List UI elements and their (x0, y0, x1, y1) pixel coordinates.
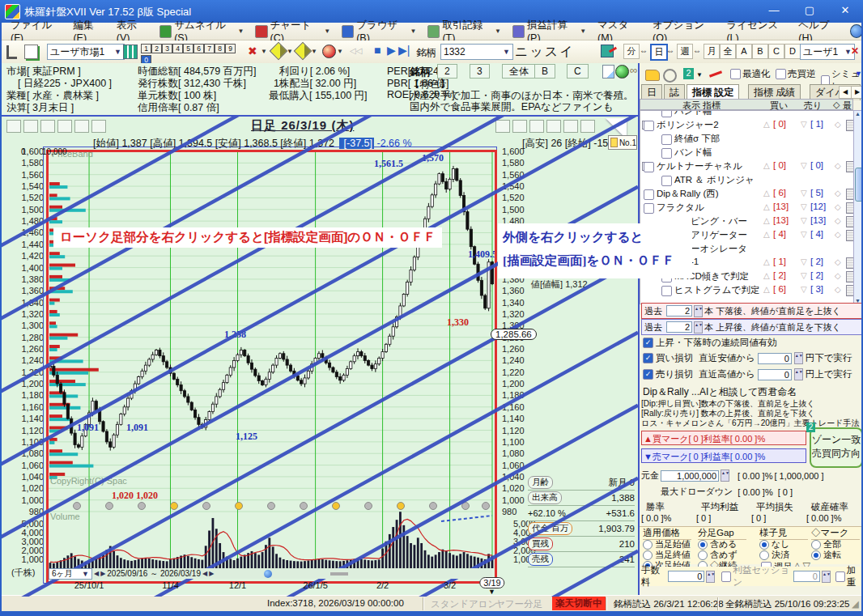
spinner-icon[interactable]: ▲▼ (794, 368, 803, 380)
user-select[interactable]: ユーザ1▼ (800, 44, 855, 60)
period-button-月[interactable]: 月 (704, 44, 720, 59)
range-slider-mark[interactable] (330, 572, 348, 576)
period-button-D[interactable]: D (784, 44, 801, 59)
indicator-row[interactable]: フラクタル△[13]▽[12]◇ (640, 201, 854, 215)
page-button-3[interactable]: 3 (162, 44, 172, 53)
continuous-check[interactable]: ✓上昇・下落時の連続同値有効 (643, 337, 777, 349)
chart-no1-badge[interactable]: No.1 (608, 135, 637, 150)
draw-pencil-icon[interactable] (270, 42, 288, 61)
stop-value-input[interactable]: 0 (758, 369, 792, 380)
folder-icon[interactable] (645, 70, 660, 81)
indicator-row[interactable]: −ボリンジャー2△[ 0]▽[ 1]◇ (640, 118, 854, 132)
weight-check[interactable]: 加重 (835, 564, 863, 588)
period-button-B[interactable]: B (752, 44, 768, 59)
chevron-down-icon[interactable]: ▼ (287, 48, 293, 55)
page-button-9[interactable]: 9 (225, 44, 236, 53)
panel-tab-指標 設定[interactable]: 指標 設定 (687, 84, 739, 100)
layout-grid-icon[interactable] (123, 45, 138, 59)
period-button-日[interactable]: 日 (650, 44, 668, 61)
indicator-checkbox[interactable] (661, 110, 672, 117)
range-toolbar[interactable]: 6ヶ月▼◀▶2025/09/16 ～ 2026/03/19◀▶ (49, 568, 492, 579)
stock-code-input[interactable]: 1332▼ (440, 44, 513, 60)
period-button-A[interactable]: A (736, 44, 752, 59)
info-tab-C[interactable]: C (567, 64, 589, 79)
add-page-icon[interactable] (24, 45, 38, 59)
step2-icon[interactable]: 2 (683, 68, 694, 79)
draw-pencil2-icon[interactable] (294, 42, 312, 61)
profit-session-check[interactable]: 利益セッション (721, 564, 792, 588)
spinner-icon[interactable]: ▲▼ (822, 571, 831, 583)
period-button-週[interactable]: 週 (677, 44, 693, 59)
spinner-icon[interactable]: ▲▼ (706, 571, 715, 583)
stop-value-input[interactable]: 0 (758, 353, 792, 364)
indicator-checkbox[interactable] (661, 148, 672, 159)
panel-tab-日[interactable]: 日 (641, 84, 662, 100)
indicator-checkbox[interactable] (644, 189, 654, 200)
chart-region[interactable]: 日足 26/3/19 (木)No.1[始値] 1,387 [高値] 1,394.… (0, 115, 638, 595)
new-doc-icon[interactable] (602, 65, 614, 79)
indicator-checkbox[interactable] (644, 121, 654, 131)
info-tab-全体[interactable]: 全体 (502, 64, 536, 79)
chevron-down-icon[interactable]: ▼ (311, 48, 317, 55)
binoculars-icon[interactable]: ∞ (630, 64, 637, 76)
range-slider-thumb[interactable] (264, 570, 272, 578)
target-icon[interactable] (663, 69, 677, 83)
marker-line-icon[interactable] (709, 70, 722, 77)
option-check-売買逆[interactable]: 売買逆 (776, 68, 816, 80)
info-tab-2[interactable]: 2 (437, 64, 457, 79)
rule-value-input[interactable]: 2 (666, 305, 692, 316)
spinner-icon[interactable]: ▲▼ (721, 469, 729, 482)
page-button-7[interactable]: 7 (204, 44, 215, 53)
range-period-select[interactable]: 6ヶ月▼ (49, 568, 92, 580)
globe-tool-icon[interactable] (322, 45, 336, 58)
info-tab-3[interactable]: 3 (470, 64, 490, 79)
page-button-6[interactable]: 6 (193, 44, 204, 53)
option-check-最適化[interactable]: 最適化 (730, 68, 771, 80)
tab-scroll-left[interactable]: ◀ (839, 86, 852, 99)
period-button-全[interactable]: 全 (720, 44, 736, 59)
indicator-checkbox[interactable] (661, 134, 672, 145)
radio-途転[interactable]: 途転 (811, 549, 841, 561)
indicator-checkbox[interactable] (661, 176, 672, 186)
panel-tab-誌[interactable]: 誌 (664, 84, 685, 100)
session-input[interactable]: 0 (793, 571, 820, 582)
range-back2-icon[interactable]: ◀ (202, 570, 207, 577)
indicator-row[interactable]: Dip＆Rally (西)△[ 6]▽[ 5]◇ (640, 187, 854, 201)
panel-tab-指標 成績[interactable]: 指標 成績 (748, 84, 801, 100)
spinner-icon[interactable]: ▲▼ (694, 305, 703, 317)
play-icon[interactable]: ▶ (387, 44, 396, 57)
skip-icon[interactable]: ▶| (398, 44, 410, 57)
web-icon[interactable] (615, 65, 629, 79)
period-button-分[interactable]: 分 (623, 44, 640, 59)
page-button-2[interactable]: 2 (151, 44, 162, 53)
page-button-8[interactable]: 8 (215, 44, 225, 53)
info-tab-B[interactable]: B (534, 64, 555, 79)
rule-value-input[interactable]: 2 (666, 321, 692, 333)
scroll-up-icon[interactable]: ▲ (855, 111, 861, 117)
indicator-row[interactable]: ヒストグラムで判定△[ 6]▽[ 3]◇ (640, 283, 854, 297)
capital-input[interactable]: 1,000,000 (661, 470, 719, 482)
market-select[interactable]: ユーザ市場1▼ (47, 44, 125, 60)
remove-symbol-icon[interactable]: ✕ (851, 45, 859, 57)
delete-marks-icon[interactable]: ✖ (248, 45, 257, 57)
history-back-icon[interactable]: ◁◁ (350, 46, 362, 55)
indicator-row[interactable]: バンド幅 (640, 110, 854, 118)
range-back-icon[interactable]: ◀ (94, 570, 99, 577)
stop-icon[interactable]: ■ (374, 44, 380, 57)
range-fwd2-icon[interactable]: ▶ (209, 570, 214, 577)
range-fwd-icon[interactable]: ▶ (100, 570, 105, 577)
chevron-down-icon[interactable]: ▼ (261, 48, 267, 55)
page-button-4[interactable]: 4 (172, 44, 183, 53)
indicator-checkbox[interactable] (644, 203, 654, 214)
pin-icon[interactable] (6, 45, 17, 59)
indicator-row[interactable]: バンド幅 (640, 146, 854, 159)
page-button-1[interactable]: 1 (141, 44, 151, 53)
indicator-row[interactable]: ATR ＆ ボリンジャ (640, 173, 854, 187)
indicator-row[interactable]: 終値σ 下部 (640, 132, 854, 146)
spinner-icon[interactable]: ▲▼ (694, 321, 703, 333)
fee-input[interactable]: 0 (668, 571, 704, 582)
page-button-5[interactable]: 5 (183, 44, 193, 53)
radio-決済[interactable]: 決済 (759, 549, 789, 561)
indicator-row[interactable]: −ケルトナーチャネル△[ 0]▽[ 0]◇ (640, 159, 854, 173)
period-button-C[interactable]: C (768, 44, 784, 59)
